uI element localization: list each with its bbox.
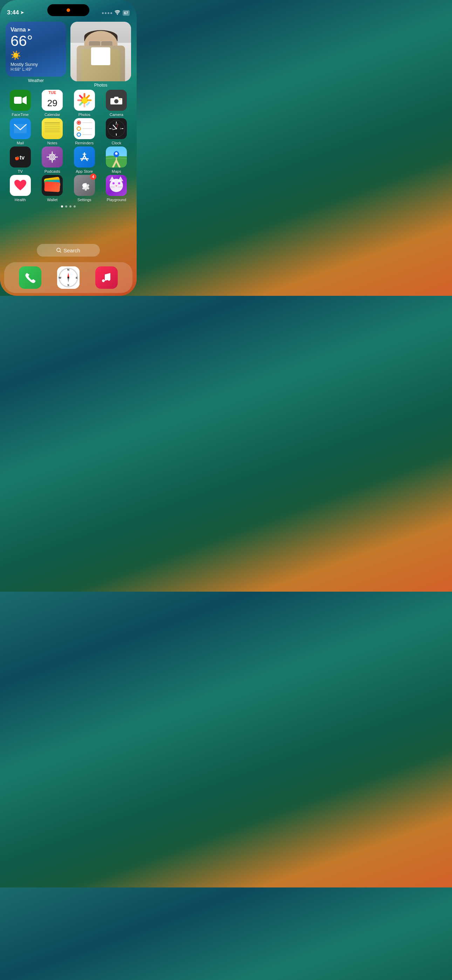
app-tv[interactable]: 🍎tv TV bbox=[6, 146, 35, 173]
svg-point-6 bbox=[120, 99, 121, 100]
svg-point-29 bbox=[115, 153, 118, 155]
dock-app-music[interactable] bbox=[95, 266, 118, 289]
music-icon bbox=[95, 266, 118, 289]
app-grid-row4: Health Wallet 4 bbox=[6, 175, 131, 202]
signal-dots bbox=[102, 12, 112, 14]
camera-icon bbox=[106, 90, 127, 111]
weather-highlow: H:68° L:49° bbox=[11, 67, 61, 72]
appstore-label: App Store bbox=[76, 169, 93, 173]
app-facetime[interactable]: FaceTime bbox=[6, 90, 35, 117]
svg-text:12: 12 bbox=[115, 123, 118, 125]
podcasts-label: Podcasts bbox=[45, 169, 60, 173]
app-notes[interactable]: Notes bbox=[38, 118, 67, 145]
app-photos[interactable]: Photos bbox=[70, 90, 99, 117]
photos-label-grid: Photos bbox=[78, 113, 91, 117]
app-grid-row1: FaceTime TUE 29 Calendar bbox=[6, 90, 131, 117]
status-time: 3:44 ➤ bbox=[7, 9, 24, 16]
svg-text:W: W bbox=[59, 276, 61, 279]
nav-dot-2 bbox=[65, 205, 67, 207]
page-indicator bbox=[6, 205, 131, 207]
search-bar[interactable]: Search bbox=[37, 244, 100, 256]
photos-widget-container: Photos bbox=[70, 22, 131, 88]
wallet-label: Wallet bbox=[47, 198, 57, 202]
wifi-icon bbox=[114, 10, 121, 16]
mail-label: Mail bbox=[17, 141, 24, 145]
svg-marker-1 bbox=[22, 96, 27, 105]
app-grid-row3: 🍎tv TV bbox=[6, 146, 131, 173]
app-grid-row2: Mail Notes bbox=[6, 118, 131, 145]
home-screen-content: Varna ➤ 66° ☀️ Mostly Sunny H:68° L:49° … bbox=[0, 19, 137, 296]
weather-temperature: 66° bbox=[11, 33, 61, 49]
app-settings[interactable]: 4 Settings bbox=[70, 175, 99, 202]
svg-text:S: S bbox=[67, 283, 69, 287]
weather-city: Varna ➤ bbox=[11, 27, 61, 33]
location-arrow-icon: ➤ bbox=[27, 28, 30, 32]
weather-app-label: Weather bbox=[6, 78, 66, 83]
playground-icon bbox=[106, 175, 127, 196]
dynamic-island bbox=[47, 4, 89, 16]
notes-icon bbox=[42, 118, 63, 139]
location-icon: ➤ bbox=[20, 10, 24, 15]
dock: N S E W bbox=[4, 262, 132, 293]
phone-frame: 3:44 ➤ 67 bbox=[0, 0, 137, 296]
facetime-icon bbox=[10, 90, 31, 111]
dock-app-phone[interactable] bbox=[19, 266, 41, 289]
app-playground[interactable]: Playground bbox=[102, 175, 131, 202]
clock-icon: 12 3 6 9 bbox=[106, 118, 127, 139]
app-mail[interactable]: Mail bbox=[6, 118, 35, 145]
search-icon bbox=[56, 248, 61, 253]
photos-widget-image bbox=[70, 22, 131, 81]
clock-label: Clock bbox=[111, 141, 121, 145]
maps-label: Maps bbox=[112, 169, 121, 173]
app-appstore[interactable]: App Store bbox=[70, 146, 99, 173]
facetime-label: FaceTime bbox=[12, 113, 29, 117]
svg-text:🍎tv: 🍎tv bbox=[15, 154, 24, 161]
notes-label: Notes bbox=[47, 141, 57, 145]
svg-point-5 bbox=[115, 100, 118, 102]
svg-point-41 bbox=[67, 277, 69, 278]
weather-description: Mostly Sunny bbox=[11, 62, 61, 67]
tv-label: TV bbox=[18, 169, 23, 173]
person-body bbox=[76, 46, 125, 81]
app-wallet[interactable]: Wallet bbox=[38, 175, 67, 202]
phone-icon bbox=[19, 266, 41, 289]
app-reminders[interactable]: Reminders bbox=[70, 118, 99, 145]
app-calendar[interactable]: TUE 29 Calendar bbox=[38, 90, 67, 117]
tv-icon: 🍎tv bbox=[10, 146, 31, 167]
photos-app-label: Photos bbox=[70, 83, 131, 88]
weather-widget[interactable]: Varna ➤ 66° ☀️ Mostly Sunny H:68° L:49° bbox=[6, 22, 66, 77]
health-label: Health bbox=[15, 198, 26, 202]
camera-label: Camera bbox=[110, 113, 123, 117]
safari-icon: N S E W bbox=[57, 266, 80, 289]
svg-text:E: E bbox=[76, 276, 78, 279]
app-clock[interactable]: 12 3 6 9 Clock bbox=[102, 118, 131, 145]
app-maps[interactable]: Maps bbox=[102, 146, 131, 173]
calendar-label: Calendar bbox=[45, 113, 60, 117]
app-camera[interactable]: Camera bbox=[102, 90, 131, 117]
reminders-label: Reminders bbox=[75, 141, 94, 145]
mail-icon bbox=[10, 118, 31, 139]
app-health[interactable]: Health bbox=[6, 175, 35, 202]
playground-label: Playground bbox=[107, 198, 126, 202]
calendar-icon: TUE 29 bbox=[42, 90, 63, 111]
widgets-row: Varna ➤ 66° ☀️ Mostly Sunny H:68° L:49° … bbox=[6, 22, 131, 88]
status-right: 67 bbox=[102, 10, 130, 16]
svg-text:N: N bbox=[67, 268, 69, 271]
photos-icon bbox=[74, 90, 95, 111]
photos-widget[interactable] bbox=[70, 22, 131, 81]
search-label: Search bbox=[64, 247, 80, 253]
health-icon bbox=[10, 175, 31, 196]
nav-dot-3 bbox=[69, 205, 72, 207]
podcasts-icon bbox=[42, 146, 63, 167]
nav-dot-1 bbox=[61, 205, 63, 207]
dock-app-safari[interactable]: N S E W bbox=[57, 266, 80, 289]
svg-rect-0 bbox=[14, 97, 22, 104]
battery-indicator: 67 bbox=[123, 10, 130, 16]
svg-point-25 bbox=[52, 157, 53, 158]
settings-label: Settings bbox=[78, 198, 91, 202]
svg-line-31 bbox=[60, 251, 61, 252]
weather-widget-container: Varna ➤ 66° ☀️ Mostly Sunny H:68° L:49° … bbox=[6, 22, 66, 88]
reminders-icon bbox=[74, 118, 95, 139]
app-podcasts[interactable]: Podcasts bbox=[38, 146, 67, 173]
dynamic-island-indicator bbox=[67, 8, 70, 12]
